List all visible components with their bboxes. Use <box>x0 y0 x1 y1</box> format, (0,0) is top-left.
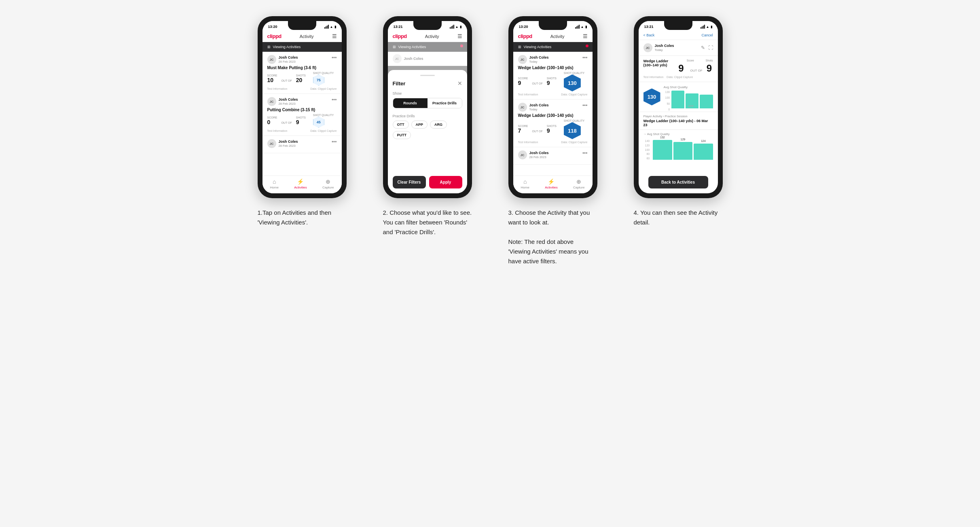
wifi-icon-4: ▲ <box>706 25 709 29</box>
dots-menu-3-2[interactable]: ••• <box>582 103 588 108</box>
axis-mid1-4: 100 <box>665 96 670 99</box>
user-row-4: JC Josh Coles Today <box>643 43 674 52</box>
shots-stat-3-2: Shots 9 <box>547 125 557 134</box>
viewing-label-3: Viewing Activities <box>524 45 552 49</box>
avg-quality-label-4: Avg Shot Quality <box>664 85 713 89</box>
nav-capture-label-3: Capture <box>573 186 584 189</box>
nav-home-1[interactable]: ⌂ Home <box>270 178 279 189</box>
user-date-3-3: 28 Feb 2023 <box>529 155 549 159</box>
app-nav-3: clippd Activity ☰ <box>513 31 593 42</box>
user-name-3-3: Josh Coles <box>529 151 549 155</box>
back-link-4[interactable]: < Back <box>643 33 655 37</box>
dots-menu-1-1[interactable]: ••• <box>332 55 337 61</box>
capture-icon-1: ⊕ <box>326 178 330 185</box>
avatar-3-1: JC <box>518 55 527 64</box>
score-stat-1-1: Score 10 <box>267 74 277 83</box>
card-header-1-3: JC Josh Coles 28 Feb 2023 ••• <box>267 139 337 148</box>
hamburger-icon-3[interactable]: ☰ <box>583 33 588 39</box>
dots-menu-3-1[interactable]: ••• <box>582 55 588 61</box>
pill-arg-2[interactable]: ARG <box>430 121 447 129</box>
user-row-1-1: JC Josh Coles 28 Feb 2023 <box>267 55 298 64</box>
caption-4: 4. You can then see the Activity detail. <box>634 208 723 227</box>
pill-putt-2[interactable]: PUTT <box>393 131 411 139</box>
info-line2-4: Data: Clippd Capture <box>667 76 693 78</box>
card-footer-1-1: Test Information Data: Clippd Capture <box>267 87 337 90</box>
filter-overlay-2: Filter ✕ Show Rounds Practice Drills Pra… <box>388 66 467 193</box>
quality-row-4: 130 Avg Shot Quality 130 100 50 0 <box>643 85 713 108</box>
back-to-activities-btn-4[interactable]: Back to Activities <box>648 176 708 188</box>
activity-card-3-2[interactable]: JC Josh Coles Today ••• Wedge Ladder (10… <box>513 99 593 147</box>
back-btn-container-4: Back to Activities <box>639 176 718 193</box>
expand-icon-4[interactable]: ⛶ <box>708 45 713 51</box>
user-info-3-3: Josh Coles 28 Feb 2023 <box>529 151 549 159</box>
stats-row-3-2: Score 7 OUT OF Shots 9 Shot Quality 118 <box>518 119 588 139</box>
session-axis-60: 60 <box>646 157 650 160</box>
nav-activities-label-1: Activities <box>294 186 307 189</box>
user-date-1-3: 28 Feb 2023 <box>279 144 298 148</box>
quality-stat-1-1: Shot Quality 75 <box>313 72 334 86</box>
footer-right-1-1: Data: Clippd Capture <box>310 87 337 90</box>
activity-card-1-1: JC Josh Coles 28 Feb 2023 ••• Must Make … <box>262 52 342 94</box>
user-info-1-2: Josh Coles 28 Feb 2023 <box>279 97 298 106</box>
session-bars-4: 140 120 100 80 60 132 129 <box>643 138 713 160</box>
red-dot-3 <box>586 44 588 47</box>
hamburger-icon-2[interactable]: ☰ <box>457 33 462 39</box>
user-date-3-2: Today <box>529 108 549 111</box>
rounds-toggle-2[interactable]: Rounds <box>393 98 428 108</box>
filter-toggle-row-2: Rounds Practice Drills <box>393 98 462 108</box>
activities-icon-3: ⚡ <box>548 178 555 185</box>
nav-capture-1[interactable]: ⊕ Capture <box>322 178 334 189</box>
dots-menu-1-3[interactable]: ••• <box>332 139 337 145</box>
axis-bot-4: 0 <box>668 108 670 111</box>
dots-menu-3-3[interactable]: ••• <box>582 150 588 156</box>
drills-toggle-2[interactable]: Practice Drills <box>428 98 462 108</box>
pill-ott-2[interactable]: OTT <box>393 121 409 129</box>
filter-header-row-2: Filter ✕ <box>393 80 462 87</box>
partial-card-2: JC Josh Coles <box>388 52 467 66</box>
user-name-4: Josh Coles <box>655 44 674 48</box>
session-bar-2-4: 129 <box>673 142 692 160</box>
user-info-4: Josh Coles Today <box>655 44 674 52</box>
signal-icon-3 <box>575 25 580 29</box>
activity-card-3-1[interactable]: JC Josh Coles Today ••• Wedge Ladder (10… <box>513 52 593 99</box>
viewing-bar-2: ⊞ Viewing Activities <box>388 42 467 52</box>
viewing-bar-3[interactable]: ⊞ Viewing Activities <box>513 42 593 52</box>
app-nav-1: clippd Activity ☰ <box>262 31 342 42</box>
dots-menu-1-2[interactable]: ••• <box>332 97 337 103</box>
caption-3: 3. Choose the Activity that you want to … <box>508 208 597 266</box>
activity-card-1-2: JC Josh Coles 28 Feb 2023 ••• Putting Co… <box>262 94 342 136</box>
pill-app-2[interactable]: APP <box>411 121 428 129</box>
detail-score-row-4: 9 OUT OF <box>678 63 702 74</box>
stats-row-1-2: Score 0 OUT OF Shots 9 Shot Quality 45 <box>267 114 337 128</box>
session-axis-100: 100 <box>645 148 650 151</box>
user-row-3-3: JC Josh Coles 28 Feb 2023 <box>518 150 549 159</box>
session-axis-80: 80 <box>646 152 650 155</box>
wifi-icon-2: ▲ <box>455 25 459 29</box>
viewing-bar-1[interactable]: ⊞ Viewing Activities <box>262 42 342 52</box>
user-date-3-1: Today <box>529 60 549 63</box>
nav-activities-1[interactable]: ⚡ Activities <box>294 178 307 189</box>
session-quality-label-4: → Avg Shot Quality <box>643 132 713 136</box>
cancel-link-4[interactable]: Cancel <box>701 33 713 37</box>
edit-icon-4[interactable]: ✎ <box>701 45 705 51</box>
nav-capture-3[interactable]: ⊕ Capture <box>573 178 584 189</box>
nav-home-3[interactable]: ⌂ Home <box>521 178 529 189</box>
shots-label-1-2: Shots <box>296 116 306 119</box>
close-btn-2[interactable]: ✕ <box>457 80 462 87</box>
filter-icon-3: ⊞ <box>518 45 521 49</box>
footer-left-1-1: Test Information <box>267 87 288 90</box>
hamburger-icon-1[interactable]: ☰ <box>332 33 337 39</box>
app-nav-2: clippd Activity ☰ <box>388 31 467 42</box>
activity-card-1-3: JC Josh Coles 28 Feb 2023 ••• <box>262 136 342 153</box>
shots-value-3-2: 9 <box>547 127 557 134</box>
clear-filters-btn-2[interactable]: Clear Filters <box>393 176 426 188</box>
detail-user-row-4: JC Josh Coles Today ✎ ⛶ <box>639 40 718 56</box>
phone-4: 13:21 ▲ ▮ < Back Canc <box>634 16 723 198</box>
bottom-nav-3: ⌂ Home ⚡ Activities ⊕ Capture <box>513 176 593 193</box>
apply-btn-2[interactable]: Apply <box>429 176 462 188</box>
card-header-3-3: JC Josh Coles 28 Feb 2023 ••• <box>518 150 588 159</box>
drag-handle-2 <box>420 75 435 76</box>
nav-activities-3[interactable]: ⚡ Activities <box>545 178 558 189</box>
score-stat-3-2: Score 7 <box>518 125 528 134</box>
quality-stat-3-2: Shot Quality 118 <box>564 119 584 139</box>
